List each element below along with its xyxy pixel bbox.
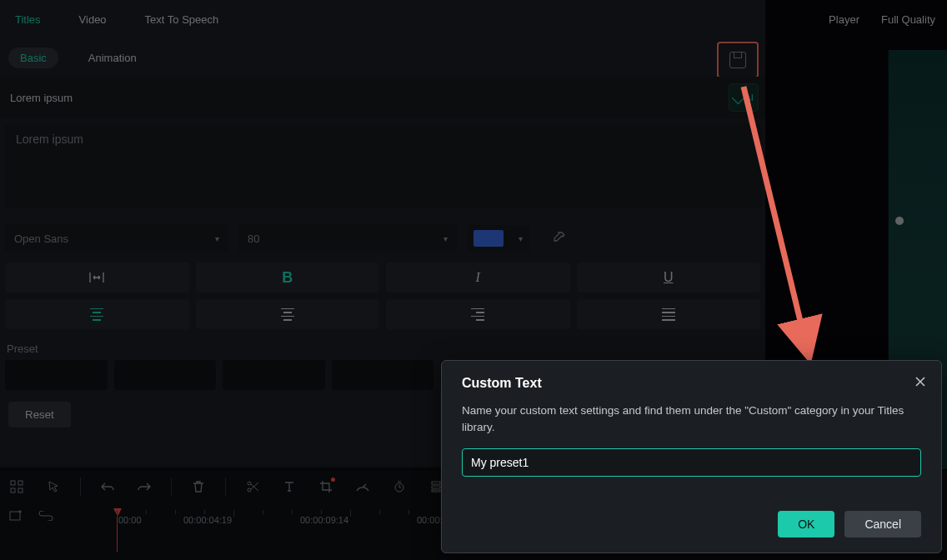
close-button[interactable]	[911, 372, 929, 391]
cancel-button[interactable]: Cancel	[844, 511, 921, 538]
ok-button[interactable]: OK	[778, 511, 834, 538]
preset-name-input[interactable]	[462, 448, 921, 477]
custom-text-dialog: Custom Text Name your custom text settin…	[441, 360, 942, 553]
dialog-description: Name your custom text settings and find …	[462, 402, 921, 437]
dialog-title: Custom Text	[462, 376, 921, 391]
close-icon	[914, 376, 926, 388]
dialog-actions: OK Cancel	[778, 511, 921, 538]
